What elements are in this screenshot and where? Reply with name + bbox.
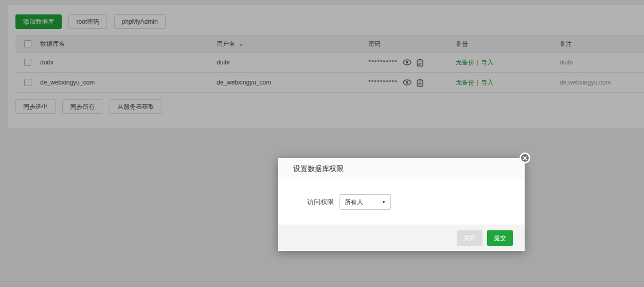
set-permission-modal: × 设置数据库权限 访问权限 所有人 ▼ 关闭 提交 bbox=[278, 158, 525, 251]
chevron-down-icon: ▼ bbox=[382, 200, 386, 205]
modal-title: 设置数据库权限 bbox=[293, 164, 344, 173]
close-button[interactable]: 关闭 bbox=[457, 230, 482, 246]
select-value: 所有人 bbox=[345, 198, 363, 207]
database-page: 添加数据库 root密码 phpMyAdmin 数据库名 用户名▲ 密码 备份 … bbox=[0, 0, 644, 287]
submit-button[interactable]: 提交 bbox=[487, 230, 513, 246]
close-icon[interactable]: × bbox=[520, 153, 530, 163]
access-permission-select[interactable]: 所有人 ▼ bbox=[339, 194, 391, 210]
access-permission-label: 访问权限 bbox=[307, 197, 334, 207]
